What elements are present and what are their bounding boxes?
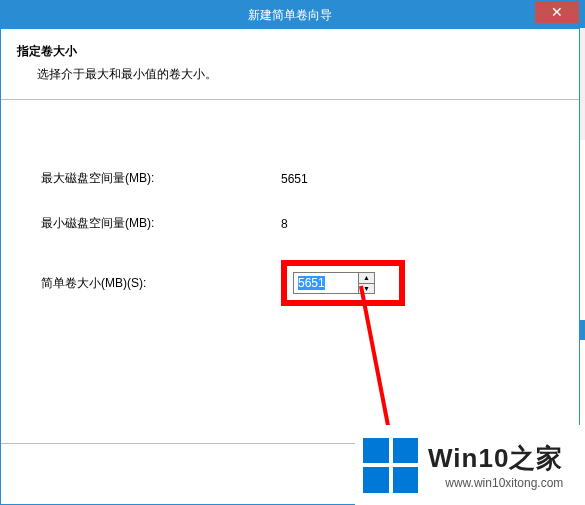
volume-size-label: 简单卷大小(MB)(S):	[41, 275, 281, 292]
min-space-value: 8	[281, 217, 288, 231]
min-space-row: 最小磁盘空间量(MB): 8	[41, 215, 539, 232]
watermark-url: www.win10xitong.com	[428, 476, 563, 490]
watermark-text: Win10之家 www.win10xitong.com	[428, 441, 563, 490]
watermark: Win10之家 www.win10xitong.com	[355, 425, 585, 505]
window-title: 新建简单卷向导	[248, 7, 332, 24]
close-icon: ✕	[551, 4, 563, 20]
windows-logo-icon	[363, 438, 418, 493]
min-space-label: 最小磁盘空间量(MB):	[41, 215, 281, 232]
annotation-highlight: ▲ ▼	[281, 260, 405, 306]
max-space-row: 最大磁盘空间量(MB): 5651	[41, 170, 539, 187]
spinner-buttons: ▲ ▼	[359, 272, 375, 294]
wizard-header: 指定卷大小 选择介于最大和最小值的卷大小。	[1, 29, 579, 100]
wizard-content: 最大磁盘空间量(MB): 5651 最小磁盘空间量(MB): 8 简单卷大小(M…	[1, 100, 579, 354]
volume-size-input[interactable]	[293, 272, 359, 294]
titlebar: 新建简单卷向导 ✕	[1, 1, 579, 29]
close-button[interactable]: ✕	[535, 1, 579, 23]
spinner-down-button[interactable]: ▼	[359, 284, 374, 294]
volume-size-row: 简单卷大小(MB)(S): ▲ ▼	[41, 260, 539, 306]
spinner-up-button[interactable]: ▲	[359, 273, 374, 284]
page-heading: 指定卷大小	[17, 43, 573, 60]
volume-size-spinner: ▲ ▼	[293, 272, 375, 294]
max-space-value: 5651	[281, 172, 308, 186]
page-subheading: 选择介于最大和最小值的卷大小。	[37, 66, 573, 83]
max-space-label: 最大磁盘空间量(MB):	[41, 170, 281, 187]
watermark-brand: Win10之家	[428, 441, 563, 476]
